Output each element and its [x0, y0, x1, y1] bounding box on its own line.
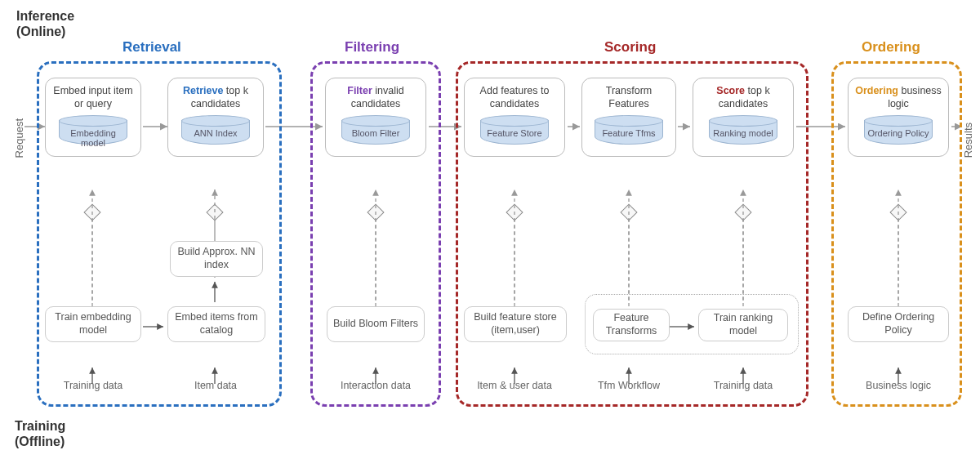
- training-label: Training(Offline): [15, 418, 65, 449]
- box-build-bloom: Build Bloom Filters: [327, 306, 425, 342]
- inference-label: Inference(Online): [16, 8, 74, 39]
- request-axis-label: Request: [13, 118, 25, 158]
- data-label-item-user: Item & user data: [466, 380, 564, 391]
- results-axis-label: Results: [962, 123, 974, 158]
- node-text: Ordering business logic: [853, 85, 943, 110]
- data-label-tfm-workflow: Tfm Workflow: [580, 380, 678, 391]
- db-icon: Bloom Filter: [341, 115, 410, 149]
- node-text: Transform Features: [587, 85, 670, 110]
- db-icon: Ordering Policy: [864, 115, 933, 149]
- stage-title-scoring: Scoring: [604, 39, 656, 56]
- box-train-ranking: Train ranking model: [698, 309, 788, 341]
- box-define-ordering: Define Ordering Policy: [848, 306, 949, 342]
- db-icon: Embedding model: [59, 115, 127, 149]
- db-icon: Feature Tfms: [595, 115, 663, 149]
- db-icon: Ranking model: [709, 115, 777, 149]
- node-text: Embed input item or query: [51, 85, 136, 110]
- node-text: Add features to candidates: [470, 85, 559, 110]
- box-build-ann: Build Approx. NN index: [170, 241, 263, 277]
- box-train-embed: Train embedding model: [45, 306, 141, 342]
- node-filter: Filter invalid candidates Bloom Filter: [325, 78, 426, 157]
- box-feature-transforms: Feature Transforms: [593, 309, 670, 341]
- node-embed-input: Embed input item or query Embedding mode…: [45, 78, 141, 157]
- node-text: Score top k candidates: [698, 85, 788, 110]
- db-icon: ANN Index: [181, 115, 250, 149]
- stage-title-retrieval: Retrieval: [122, 39, 181, 56]
- data-label-training-1: Training data: [44, 380, 142, 391]
- node-ordering: Ordering business logic Ordering Policy: [848, 78, 949, 157]
- node-retrieve: Retrieve top k candidates ANN Index: [167, 78, 264, 157]
- node-text: Retrieve top k candidates: [173, 85, 258, 110]
- stage-title-ordering: Ordering: [862, 39, 920, 56]
- db-icon: Feature Store: [480, 115, 549, 149]
- data-label-business-logic: Business logic: [849, 380, 947, 391]
- node-transform-features: Transform Features Feature Tfms: [581, 78, 676, 157]
- data-label-interaction: Interaction data: [327, 380, 425, 391]
- node-add-features: Add features to candidates Feature Store: [464, 78, 565, 157]
- box-embed-items: Embed items from catalog: [167, 306, 265, 342]
- data-label-training-2: Training data: [694, 380, 792, 391]
- node-text: Filter invalid candidates: [331, 85, 421, 110]
- node-score: Score top k candidates Ranking model: [693, 78, 794, 157]
- data-label-item: Item data: [167, 380, 265, 391]
- box-build-feature-store: Build feature store (item,user): [464, 306, 567, 342]
- stage-title-filtering: Filtering: [345, 39, 399, 56]
